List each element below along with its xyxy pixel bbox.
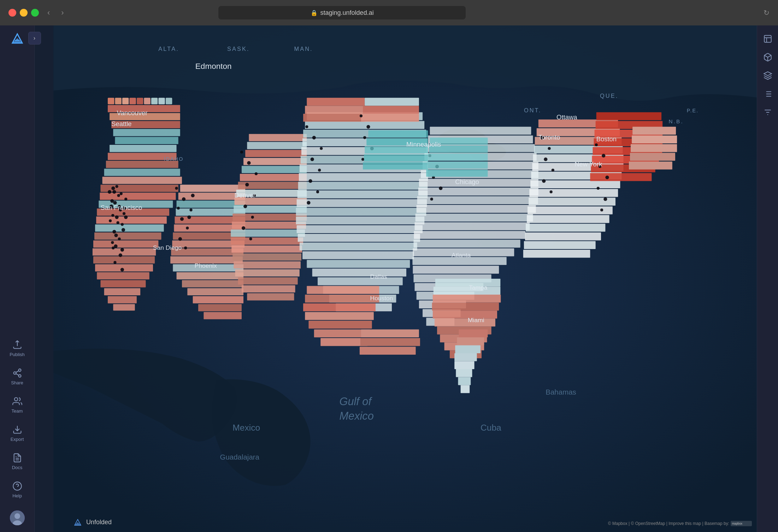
svg-point-271	[548, 147, 550, 150]
svg-rect-80	[234, 198, 307, 205]
svg-rect-160	[361, 114, 419, 122]
share-label: Share	[11, 380, 23, 385]
svg-text:Phoenix: Phoenix	[195, 262, 217, 269]
svg-text:Boston: Boston	[596, 135, 617, 143]
svg-rect-84	[231, 230, 305, 237]
svg-rect-44	[95, 224, 164, 231]
svg-text:IDAHO: IDAHO	[164, 156, 184, 162]
svg-rect-69	[193, 296, 243, 303]
svg-point-234	[182, 197, 185, 201]
svg-rect-149	[527, 206, 613, 214]
address-bar[interactable]: 🔒 staging.unfolded.ai	[218, 6, 466, 19]
svg-rect-151	[526, 224, 605, 232]
svg-point-279	[605, 176, 609, 179]
sidebar-item-export[interactable]: Export	[0, 419, 35, 447]
forward-button[interactable]: ›	[58, 7, 66, 19]
svg-rect-291	[427, 161, 488, 169]
svg-rect-174	[432, 303, 499, 311]
reload-button[interactable]: ↻	[764, 8, 770, 17]
svg-rect-74	[245, 150, 307, 157]
svg-point-230	[114, 234, 118, 237]
url-text: staging.unfolded.ai	[320, 9, 374, 17]
docs-icon	[12, 453, 22, 463]
svg-point-228	[112, 190, 116, 194]
map-visualization: Edmonton Vancouver Seattle San Francisco…	[35, 25, 778, 532]
user-avatar[interactable]	[0, 504, 35, 532]
svg-text:San Diego: San Diego	[153, 244, 182, 251]
svg-rect-27	[158, 98, 165, 104]
svg-point-224	[108, 190, 111, 194]
brand-name: Unfolded	[86, 519, 112, 526]
map-area[interactable]: Edmonton Vancouver Seattle San Francisco…	[35, 25, 778, 532]
svg-rect-127	[415, 222, 530, 230]
svg-rect-106	[297, 225, 423, 233]
help-label: Help	[12, 493, 22, 498]
svg-point-243	[240, 150, 243, 153]
svg-point-264	[361, 158, 364, 161]
svg-rect-292	[426, 170, 488, 177]
minimize-button[interactable]	[20, 9, 28, 17]
svg-text:MAN.: MAN.	[294, 46, 313, 52]
svg-point-237	[186, 227, 189, 230]
svg-point-4	[13, 372, 16, 374]
svg-point-245	[255, 172, 258, 175]
svg-rect-90	[238, 277, 298, 284]
svg-text:Dallas: Dallas	[370, 273, 388, 280]
toolbar-3d-button[interactable]	[760, 49, 776, 65]
toolbar-filter-button[interactable]	[760, 105, 776, 120]
svg-rect-70	[198, 304, 242, 311]
svg-rect-28	[166, 98, 172, 104]
svg-rect-168	[361, 329, 419, 337]
toolbar-layers-button[interactable]	[760, 68, 776, 83]
svg-rect-103	[297, 199, 427, 207]
svg-rect-23	[129, 98, 136, 104]
svg-rect-283	[368, 130, 428, 137]
svg-rect-172	[434, 287, 500, 295]
svg-rect-286	[364, 154, 428, 161]
svg-rect-156	[305, 106, 365, 114]
svg-rect-199	[631, 144, 677, 152]
close-button[interactable]	[8, 9, 16, 17]
svg-marker-333	[764, 72, 772, 76]
svg-point-262	[363, 136, 366, 139]
svg-rect-189	[596, 112, 661, 120]
svg-point-272	[544, 158, 547, 161]
svg-point-256	[318, 169, 321, 172]
svg-point-260	[360, 114, 363, 117]
sidebar-item-help[interactable]: Help	[0, 475, 35, 504]
svg-rect-77	[240, 174, 307, 181]
svg-rect-33	[115, 137, 178, 144]
sidebar-toggle[interactable]: ›	[28, 32, 41, 45]
svg-text:Vancouver: Vancouver	[117, 109, 148, 117]
sidebar-item-publish[interactable]: Publish	[0, 334, 35, 362]
svg-point-259	[307, 201, 310, 205]
svg-point-261	[366, 125, 370, 129]
sidebar-item-docs[interactable]: Docs	[0, 447, 35, 475]
back-button[interactable]: ‹	[45, 7, 53, 19]
svg-rect-148	[529, 198, 615, 206]
svg-point-231	[111, 241, 114, 244]
svg-rect-116	[430, 127, 531, 135]
svg-rect-32	[113, 129, 180, 136]
svg-rect-49	[95, 264, 153, 271]
toolbar-layout-button[interactable]	[760, 31, 776, 47]
svg-rect-46	[93, 240, 158, 247]
svg-rect-48	[93, 256, 155, 263]
svg-text:Atlanta: Atlanta	[452, 252, 471, 259]
avatar-image	[10, 510, 25, 525]
svg-rect-287	[363, 162, 428, 169]
team-icon	[12, 396, 22, 406]
svg-point-222	[120, 268, 124, 271]
sidebar-logo[interactable]: ›	[0, 25, 35, 51]
svg-rect-186	[456, 369, 472, 377]
svg-rect-154	[523, 250, 590, 258]
sidebar-item-team[interactable]: Team	[0, 391, 35, 419]
svg-rect-176	[435, 319, 495, 327]
sidebar-item-share[interactable]: Share	[0, 362, 35, 391]
svg-rect-112	[318, 277, 403, 285]
toolbar-legend-button[interactable]	[760, 86, 776, 102]
maximize-button[interactable]	[31, 9, 39, 17]
svg-rect-89	[235, 269, 300, 276]
svg-rect-45	[94, 232, 161, 240]
right-toolbar	[757, 25, 778, 532]
